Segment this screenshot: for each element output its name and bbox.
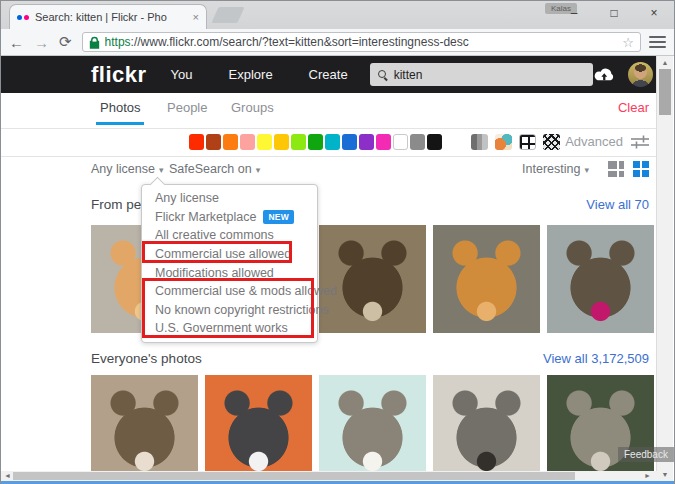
color-swatch[interactable] <box>393 134 408 150</box>
address-bar[interactable]: https://www.flickr.com/search/?text=kitt… <box>82 32 641 52</box>
reload-button[interactable]: ⟳ <box>59 33 72 51</box>
nav-explore[interactable]: Explore <box>229 67 273 82</box>
grid-view-icon[interactable] <box>633 161 649 177</box>
photo-thumbnail[interactable] <box>205 375 312 471</box>
url-text: https://www.flickr.com/search/?text=kitt… <box>105 35 469 49</box>
color-swatches <box>189 134 442 150</box>
color-swatch[interactable] <box>189 134 204 150</box>
new-tab-button[interactable] <box>211 7 244 23</box>
upload-cloud-icon[interactable] <box>593 66 616 84</box>
flickr-nav: You Explore Create <box>171 67 348 82</box>
tab-close-icon[interactable]: × <box>193 12 199 23</box>
safesearch-filter-label: SafeSearch on <box>169 162 252 176</box>
justified-view-icon[interactable] <box>608 161 624 177</box>
browser-toolbar: ← → ⟳ https://www.flickr.com/search/?tex… <box>1 29 674 56</box>
tab-people[interactable]: People <box>163 93 211 125</box>
photo-thumbnail[interactable] <box>547 225 654 333</box>
browser-tab[interactable]: Search: kitten | Flickr - Pho × <box>9 4 207 29</box>
tab-groups[interactable]: Groups <box>227 93 278 125</box>
filter-bar: Any license▾ SafeSearch on▾ Interesting▾ <box>1 157 657 185</box>
tab-photos[interactable]: Photos <box>96 93 144 125</box>
flickr-search-input[interactable]: kitten <box>370 63 594 86</box>
color-swatch[interactable] <box>410 134 425 150</box>
color-swatch[interactable] <box>291 134 306 150</box>
minimalist-style-icon[interactable] <box>519 134 536 150</box>
color-swatch[interactable] <box>240 134 255 150</box>
browser-window: Search: kitten | Flickr - Pho × Kalas – … <box>0 0 675 484</box>
menu-item-any-license[interactable]: Any license <box>142 189 317 208</box>
style-filters <box>471 134 560 150</box>
section-title: Everyone's photos <box>91 351 202 366</box>
license-filter-label: Any license <box>91 162 155 176</box>
flickr-header: flickr You Explore Create kitten <box>1 56 657 93</box>
browser-titlebar: Search: kitten | Flickr - Pho × Kalas – … <box>1 1 674 29</box>
color-swatch[interactable] <box>257 134 272 150</box>
scroll-down-icon[interactable]: ▼ <box>657 471 673 478</box>
color-swatch[interactable] <box>342 134 357 150</box>
color-swatch[interactable] <box>206 134 221 150</box>
sliders-icon <box>631 135 649 149</box>
scroll-right-icon[interactable]: ► <box>644 471 651 481</box>
forward-button[interactable]: → <box>34 34 49 51</box>
nav-create[interactable]: Create <box>309 67 348 82</box>
photo-thumbnail[interactable] <box>433 375 540 471</box>
chrome-menu-icon[interactable] <box>649 36 666 48</box>
chevron-down-icon: ▾ <box>256 165 261 175</box>
color-swatch[interactable] <box>427 134 442 150</box>
user-avatar[interactable] <box>628 62 653 87</box>
color-swatch[interactable] <box>274 134 289 150</box>
url-path: ://www.flickr.com/search/?text=kitten&so… <box>131 35 469 49</box>
vertical-scrollbar[interactable]: ▲ ▼ <box>656 56 673 481</box>
photo-thumbnail[interactable] <box>319 375 426 471</box>
search-value: kitten <box>394 68 423 82</box>
feedback-button[interactable]: Feedback <box>618 447 674 462</box>
annotation-box-bottom-licenses <box>142 278 314 338</box>
color-swatch[interactable] <box>325 134 340 150</box>
blackwhite-style-icon[interactable] <box>471 134 488 150</box>
result-tabs: Photos People Groups Clear <box>1 93 657 128</box>
photo-thumbnail[interactable] <box>319 225 426 333</box>
view-all-link[interactable]: View all 3,172,509 <box>543 351 649 366</box>
flickr-favicon <box>17 15 29 20</box>
minimize-button[interactable]: – <box>554 1 594 27</box>
vertical-scrollbar-thumb[interactable] <box>659 69 671 115</box>
color-swatch[interactable] <box>223 134 238 150</box>
maximize-button[interactable]: □ <box>594 1 634 27</box>
safesearch-filter-dropdown[interactable]: SafeSearch on▾ <box>169 157 260 182</box>
annotation-box-commercial-use <box>142 241 292 263</box>
chevron-down-icon: ▾ <box>584 165 589 175</box>
close-button[interactable]: × <box>634 1 674 27</box>
new-badge: NEW <box>263 210 294 224</box>
search-results-page: Photos People Groups Clear <box>1 93 657 471</box>
color-swatch[interactable] <box>376 134 391 150</box>
view-all-link[interactable]: View all 70 <box>586 197 649 212</box>
favicon-dot-blue <box>17 15 22 20</box>
scroll-up-icon[interactable]: ▲ <box>657 59 673 66</box>
back-button[interactable]: ← <box>9 34 24 51</box>
pattern-style-icon[interactable] <box>543 134 560 150</box>
flickr-logo[interactable]: flickr <box>91 62 147 88</box>
url-scheme: https <box>105 35 131 49</box>
menu-item-flickr-marketplace[interactable]: Flickr MarketplaceNEW <box>142 208 317 227</box>
color-filter-row: Advanced <box>1 129 657 156</box>
chevron-down-icon: ▾ <box>159 165 164 175</box>
sort-dropdown[interactable]: Interesting▾ <box>522 157 589 182</box>
sort-label: Interesting <box>522 162 580 176</box>
shallow-depth-style-icon[interactable] <box>495 134 512 150</box>
advanced-button[interactable]: Advanced <box>565 134 649 149</box>
section-everyone-header: Everyone's photos View all 3,172,509 <box>91 351 649 366</box>
search-icon <box>378 70 388 80</box>
bookmark-star-icon[interactable]: ☆ <box>622 35 634 50</box>
color-swatch[interactable] <box>308 134 323 150</box>
scroll-left-icon[interactable]: ◄ <box>4 471 11 481</box>
license-filter-dropdown[interactable]: Any license▾ <box>91 157 163 182</box>
secure-lock-icon <box>89 36 100 49</box>
horizontal-scrollbar-thumb[interactable] <box>13 472 575 480</box>
window-controls: – □ × <box>554 1 674 27</box>
horizontal-scrollbar[interactable]: ◄ ► <box>1 471 657 481</box>
clear-link[interactable]: Clear <box>618 93 649 123</box>
color-swatch[interactable] <box>359 134 374 150</box>
photo-thumbnail[interactable] <box>433 225 540 333</box>
nav-you[interactable]: You <box>171 67 193 82</box>
photo-thumbnail[interactable] <box>91 375 198 471</box>
